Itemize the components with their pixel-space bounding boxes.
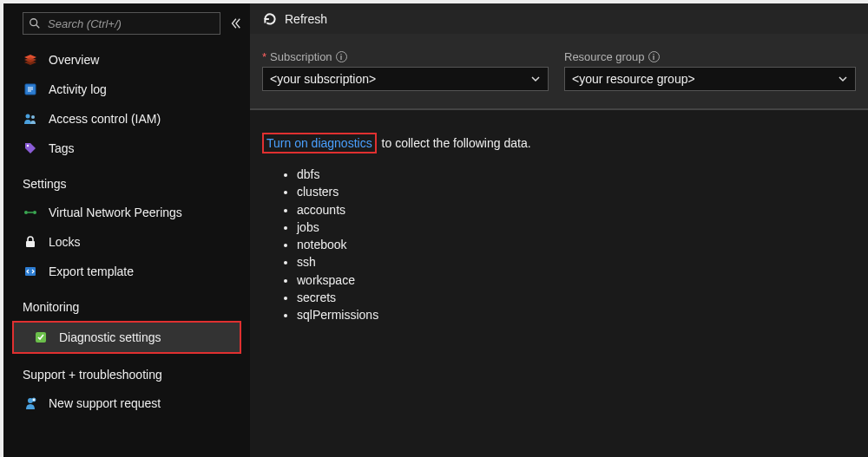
svg-point-9 [24,211,28,214]
diagnostics-list-item: ssh [297,253,856,271]
diagnostics-list-item: notebook [297,236,856,253]
diagnostics-list-item: clusters [297,183,856,200]
search-icon [29,17,41,29]
svg-point-16 [32,398,36,402]
content-area: Turn on diagnostics to collect the follo… [250,110,868,457]
network-icon [23,205,38,220]
resource-group-value: <your resource group> [572,72,695,86]
chevron-down-icon [838,74,848,84]
diagnostics-list-item: workspace [297,271,856,289]
resource-group-label: Resource group [564,50,645,63]
svg-point-6 [26,114,30,119]
subscription-label: Subscription [270,50,332,63]
info-icon[interactable]: i [648,51,660,62]
field-resource-group: Resource group i <your resource group> [564,50,856,91]
main-panel: Refresh * Subscription i <your subscript… [250,3,868,457]
diagnostics-list-item: secrets [297,289,856,306]
lock-icon [23,234,38,250]
diagnostics-list-item: dbfs [297,166,856,183]
search-box[interactable] [23,12,220,35]
diagnostic-icon [33,330,49,345]
sidebar-label: Overview [49,53,99,67]
required-asterisk: * [262,50,266,63]
turn-on-diagnostics-link[interactable]: Turn on diagnostics [262,133,377,153]
info-icon[interactable]: i [336,51,347,62]
svg-line-1 [36,25,40,29]
sidebar-label: New support request [49,396,161,410]
sidebar-label: Virtual Network Peerings [49,206,182,219]
sidebar-label: Access control (IAM) [49,112,161,126]
field-subscription: * Subscription i <your subscription> [262,50,549,91]
access-control-icon [23,111,38,127]
sidebar-item-locks[interactable]: Locks [3,227,250,257]
sidebar-label: Export template [49,264,134,278]
section-settings: Settings [3,163,250,198]
sidebar-item-tags[interactable]: Tags [3,134,250,163]
collapse-sidebar-button[interactable] [227,16,243,31]
sidebar: Overview Activity log Access control (IA… [3,3,250,457]
activity-log-icon [23,82,38,97]
export-template-icon [23,264,38,279]
subscription-value: <your subscription> [270,72,376,86]
sidebar-label: Diagnostic settings [59,330,161,344]
sidebar-item-vnet-peerings[interactable]: Virtual Network Peerings [3,198,250,227]
sidebar-item-activity-log[interactable]: Activity log [3,75,250,104]
resource-group-select[interactable]: <your resource group> [564,67,856,91]
svg-point-8 [27,145,29,147]
refresh-icon[interactable] [262,11,278,27]
search-input[interactable] [46,16,214,31]
diagnostics-message-suffix: to collect the following data. [378,136,531,150]
diagnostics-list: dbfsclustersaccountsjobsnotebooksshworks… [297,166,856,324]
diagnostics-list-item: sqlPermissions [297,306,856,323]
sidebar-label: Activity log [49,82,107,96]
sidebar-label: Tags [49,141,75,155]
chevron-down-icon [530,74,541,84]
tag-icon [23,140,38,156]
svg-point-10 [33,211,36,214]
svg-rect-12 [26,241,35,247]
filter-row: * Subscription i <your subscription> Res… [250,35,868,110]
sidebar-label: Locks [49,235,81,249]
refresh-button[interactable]: Refresh [285,12,327,26]
overview-icon [23,52,38,68]
diagnostics-list-item: jobs [297,219,856,236]
svg-point-0 [30,19,37,26]
sidebar-item-access-control[interactable]: Access control (IAM) [3,104,250,134]
support-icon [23,395,38,411]
sidebar-item-new-support-request[interactable]: New support request [3,388,250,418]
section-support: Support + troubleshooting [3,354,250,388]
section-monitoring: Monitoring [3,286,250,321]
sidebar-item-overview[interactable]: Overview [3,45,250,75]
diagnostics-list-item: accounts [297,201,856,219]
svg-point-7 [31,115,35,119]
toolbar: Refresh [250,3,868,35]
sidebar-item-export-template[interactable]: Export template [3,257,250,286]
sidebar-item-diagnostic-settings[interactable]: Diagnostic settings [14,323,240,352]
subscription-select[interactable]: <your subscription> [262,67,549,91]
diagnostics-message: Turn on diagnostics to collect the follo… [262,136,856,150]
